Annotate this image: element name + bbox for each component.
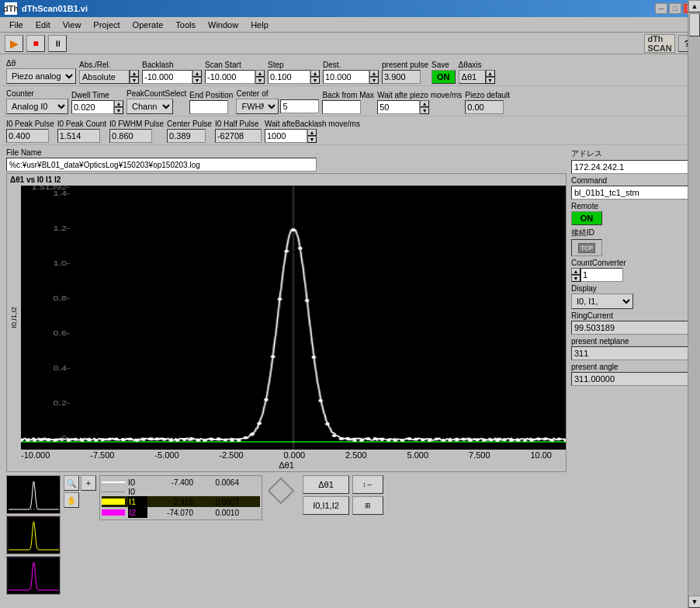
step-input[interactable] (268, 70, 310, 84)
command-input[interactable] (571, 186, 692, 200)
row-controls-2: Counter Analog I0 Dwell Time ▲ ▼ PeakCou… (3, 88, 697, 116)
wait-piezo-input[interactable] (377, 100, 420, 114)
minimize-button[interactable]: ─ (655, 3, 667, 14)
peak-count-label: PeakCountSelect (126, 89, 186, 98)
wait-backlash-up[interactable]: ▲ (307, 129, 317, 136)
maximize-button[interactable]: □ (669, 3, 681, 14)
io-fwhm-input[interactable] (109, 129, 152, 143)
center-of-select[interactable]: FWHM (236, 99, 279, 114)
backlash-down[interactable]: ▼ (192, 77, 202, 84)
io-half-input[interactable] (215, 129, 262, 143)
stop-button[interactable]: ■ (26, 35, 45, 52)
add-icon[interactable]: + (81, 475, 96, 491)
dwell-input[interactable] (71, 100, 114, 114)
menu-view[interactable]: View (57, 19, 88, 31)
abs-rel-down[interactable]: ▼ (130, 77, 139, 84)
counter-select[interactable]: Analog I0 (6, 99, 68, 114)
ring-current-input[interactable] (571, 321, 692, 335)
io-peak-count-input[interactable] (57, 129, 100, 143)
scale-xy-icon[interactable]: ↕↔ (352, 475, 383, 494)
address-input[interactable] (571, 160, 692, 174)
thumb-i2 (6, 556, 61, 595)
plot-canvas (21, 186, 566, 450)
piezo-mode-select[interactable]: Piezo analog (6, 68, 76, 84)
present-pulse-input[interactable] (382, 70, 421, 84)
scroll-up-button[interactable]: ▲ (688, 0, 700, 12)
backlash-input[interactable] (142, 70, 192, 84)
dwell-down[interactable]: ▼ (114, 107, 123, 114)
count-conv-up[interactable]: ▲ (571, 268, 580, 275)
backlash-up[interactable]: ▲ (192, 70, 202, 77)
count-converter-input[interactable] (580, 268, 623, 282)
scan-start-input[interactable] (205, 70, 255, 84)
center-num-input[interactable] (280, 99, 319, 113)
back-from-input[interactable] (322, 100, 361, 114)
scale-fit-icon[interactable]: ⊞ (352, 496, 383, 515)
step-label: Step (268, 61, 320, 69)
scan-start-down[interactable]: ▼ (255, 77, 265, 84)
wait-piezo-down[interactable]: ▼ (420, 107, 429, 114)
x-val-7: 7.500 (469, 450, 490, 460)
x-val-3: -2.500 (219, 450, 243, 460)
scrollbar[interactable]: ▲ ▼ (688, 0, 700, 608)
connection-field: 接続ID TCP (571, 228, 692, 256)
legend-label-i0: I0 (128, 478, 147, 487)
dest-up[interactable]: ▲ (369, 70, 379, 77)
dest-group: Dest. ▲ ▼ (323, 61, 379, 84)
legend-val-i1-2: 0.0007 (196, 498, 239, 506)
angle-input[interactable] (571, 372, 692, 386)
delta-axis-up[interactable]: ▲ (486, 70, 495, 77)
dest-down[interactable]: ▼ (369, 77, 379, 84)
netplane-input[interactable] (571, 346, 692, 360)
file-name-input[interactable] (6, 158, 317, 172)
pause-button[interactable]: ⏸ (48, 35, 67, 52)
remote-button[interactable]: ON (571, 211, 602, 225)
menu-file[interactable]: File (3, 19, 29, 31)
wait-piezo-up[interactable]: ▲ (420, 100, 429, 107)
menu-project[interactable]: Project (87, 19, 126, 31)
save-button[interactable]: ON (431, 70, 456, 84)
scroll-thumb[interactable] (689, 13, 700, 36)
io-i1-i2-button[interactable]: I0,I1,I2 (303, 496, 349, 515)
menu-help[interactable]: Help (244, 19, 275, 31)
delta-axis-down[interactable]: ▼ (486, 77, 495, 84)
menu-operate[interactable]: Operate (126, 19, 170, 31)
center-pulse-input[interactable] (167, 129, 206, 143)
hand-icon[interactable]: ✋ (64, 492, 79, 508)
legend-row-i1: I1 2.916 0.0007 (102, 496, 260, 507)
piezo-default-input[interactable] (465, 100, 504, 114)
abs-rel-label: Abs./Rel. (79, 61, 139, 69)
io-peak-pulse-group: I0 Peak Pulse (6, 120, 54, 143)
thumb-i0 (6, 475, 61, 514)
peak-count-select[interactable]: Chann (126, 99, 173, 114)
zoom-icon[interactable]: 🔍 (64, 475, 79, 491)
scan-start-up[interactable]: ▲ (255, 70, 265, 77)
display-field: Display I0, I1, (571, 284, 692, 309)
menu-edit[interactable]: Edit (29, 19, 57, 31)
count-converter-field: CountConverter ▲ ▼ (571, 259, 692, 282)
wait-backlash-input[interactable] (265, 129, 307, 143)
count-conv-down[interactable]: ▼ (571, 275, 580, 282)
run-arrow-button[interactable]: ▶ (5, 35, 23, 52)
legend-color-i0-line (102, 481, 125, 483)
display-select[interactable]: I0, I1, (571, 294, 633, 309)
dest-input[interactable] (323, 70, 369, 84)
delta-theta-button[interactable]: Δθ1 (303, 475, 349, 494)
io-peak-pulse-input[interactable] (6, 129, 49, 143)
menu-window[interactable]: Window (202, 19, 244, 31)
scan-start-group: Scan Start ▲ ▼ (205, 61, 265, 84)
abs-rel-up[interactable]: ▲ (130, 70, 139, 77)
wait-backlash-down[interactable]: ▼ (307, 136, 317, 143)
scroll-down-button[interactable]: ▼ (688, 596, 700, 608)
dwell-up[interactable]: ▲ (114, 100, 123, 107)
right-panel: アドレス Command Remote ON 接続ID TCP (570, 148, 694, 595)
menu-tools[interactable]: Tools (169, 19, 202, 31)
step-down[interactable]: ▼ (310, 77, 320, 84)
delta-axis-value[interactable]: Δθ1 (459, 70, 486, 84)
step-up[interactable]: ▲ (310, 70, 320, 77)
io-half-label: I0 Half Pulse (215, 120, 262, 128)
end-position-input[interactable] (189, 100, 228, 114)
window-title: dThScan01B1.vi (22, 4, 653, 13)
scroll-track[interactable] (688, 12, 700, 596)
abs-rel-value[interactable]: Absolute (79, 70, 130, 84)
